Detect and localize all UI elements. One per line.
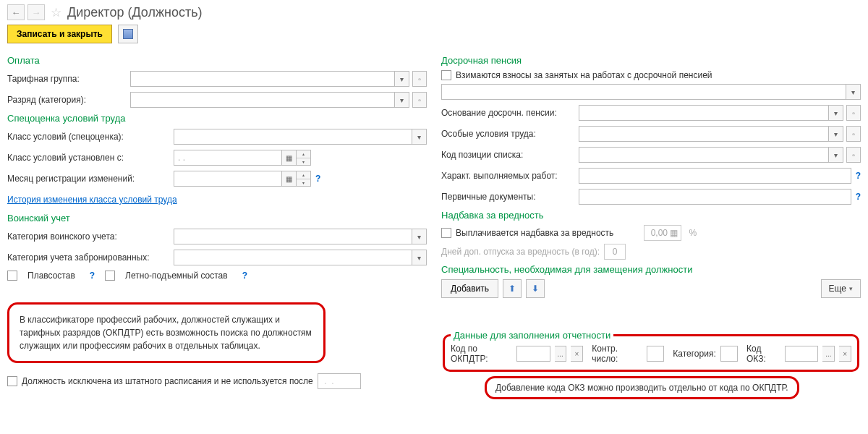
input-code[interactable] — [579, 147, 829, 163]
label-docs: Первичные документы: — [441, 192, 579, 202]
move-down-button[interactable]: ⬇ — [526, 279, 545, 298]
input-category[interactable] — [720, 346, 738, 362]
label-flight: Летно-подъемный состав — [125, 271, 228, 281]
select-icon[interactable]: ... — [822, 346, 835, 362]
dropdown-icon[interactable]: ▾ — [829, 126, 843, 142]
back-button[interactable]: ← — [7, 4, 25, 20]
label-reg-month: Месяц регистрации изменений: — [7, 174, 174, 184]
dropdown-icon[interactable]: ▾ — [412, 229, 427, 244]
checkbox-exclude[interactable] — [7, 376, 17, 386]
input-class-since[interactable]: . . — [174, 150, 282, 166]
dropdown-icon[interactable]: ▾ — [412, 129, 427, 145]
label-mil-booked: Категория учета забронированных: — [7, 252, 174, 263]
open-icon[interactable]: ▫ — [412, 92, 427, 108]
add-button[interactable]: Добавить — [441, 279, 498, 298]
spinner-icon[interactable]: ▴▾ — [297, 150, 311, 166]
clear-icon[interactable]: × — [571, 346, 583, 362]
section-spec: Спецоценка условий труда — [7, 113, 427, 124]
label-pension-chk: Взимаются взносы за занятых на работах с… — [456, 70, 712, 80]
dropdown-icon[interactable]: ▾ — [412, 250, 427, 265]
label-grade: Разряд (категория): — [7, 95, 130, 105]
page-title: Директор (Должность) — [67, 5, 203, 20]
input-basis[interactable] — [579, 105, 829, 121]
checkbox-flight[interactable] — [105, 271, 115, 281]
help-icon[interactable]: ? — [242, 271, 247, 281]
label-class: Класс условий (спецоценка): — [7, 132, 174, 142]
input-conditions[interactable] — [579, 126, 829, 142]
dropdown-icon[interactable]: ▾ — [829, 105, 843, 121]
label-mil-category: Категория воинского учета: — [7, 231, 174, 242]
dropdown-icon[interactable]: ▾ — [395, 92, 409, 108]
move-up-button[interactable]: ⬆ — [503, 279, 522, 298]
label-okpdtr: Код по ОКПДТР: — [451, 344, 512, 364]
section-bonus: Надбавка за вредность — [441, 210, 861, 221]
clear-icon[interactable]: × — [839, 346, 851, 362]
link-history[interactable]: История изменения класса условий труда — [7, 195, 177, 205]
save-icon — [123, 29, 133, 39]
calendar-icon[interactable]: ▦ — [282, 150, 297, 166]
open-icon[interactable]: ▫ — [846, 147, 861, 163]
help-icon[interactable]: ? — [856, 192, 861, 202]
help-icon[interactable]: ? — [315, 174, 320, 184]
label-char: Характ. выполняемых работ: — [441, 171, 579, 181]
label-code: Код позиции списка: — [441, 150, 579, 160]
section-report: Данные для заполнения отчетности — [451, 330, 613, 341]
input-grade[interactable] — [130, 92, 395, 108]
input-tariff-group[interactable] — [130, 71, 395, 87]
save-button[interactable] — [118, 25, 138, 43]
dropdown-icon[interactable]: ▾ — [846, 84, 861, 100]
more-button[interactable]: Еще▾ — [821, 279, 861, 298]
select-icon[interactable]: ... — [555, 346, 567, 362]
open-icon[interactable]: ▫ — [846, 126, 861, 142]
label-okz: Код ОКЗ: — [746, 344, 780, 364]
section-payment: Оплата — [7, 55, 427, 66]
label-vacation: Дней доп. отпуска за вредность (в год): — [441, 247, 600, 257]
callout-okz: Добавление кода ОКЗ можно производить от… — [485, 376, 799, 399]
label-category: Категория: — [673, 349, 715, 359]
dropdown-icon[interactable]: ▾ — [395, 71, 409, 87]
forward-button[interactable]: → — [27, 4, 45, 20]
open-icon[interactable]: ▫ — [412, 71, 427, 87]
label-float: Плавсостав — [27, 271, 75, 281]
open-icon[interactable]: ▫ — [846, 105, 861, 121]
help-icon[interactable]: ? — [90, 271, 95, 281]
save-close-button[interactable]: Записать и закрыть — [7, 25, 112, 43]
input-mil-category[interactable] — [174, 229, 412, 244]
section-speciality: Специальность, необходимая для замещения… — [441, 264, 861, 275]
input-class[interactable] — [174, 129, 412, 145]
dropdown-icon[interactable]: ▾ — [829, 147, 843, 163]
checkbox-pension[interactable] — [441, 70, 451, 80]
help-icon[interactable]: ? — [856, 171, 861, 181]
section-pension: Досрочная пенсия — [441, 55, 861, 66]
fieldset-report: Данные для заполнения отчетности Код по … — [443, 330, 859, 372]
input-char[interactable] — [579, 168, 851, 184]
input-pension-select[interactable] — [441, 84, 846, 100]
checkbox-float[interactable] — [7, 271, 17, 281]
calendar-icon[interactable]: ▦ — [282, 171, 297, 187]
input-exclude-date[interactable]: . . — [318, 373, 361, 389]
label-basis: Основание досрочн. пенсии: — [441, 108, 579, 118]
input-control[interactable] — [647, 346, 664, 362]
input-reg-month[interactable] — [174, 171, 282, 187]
input-vacation-days: 0 — [604, 244, 626, 260]
star-icon[interactable]: ☆ — [51, 5, 61, 20]
input-bonus-value: 0,00 ▦ — [644, 225, 681, 241]
label-bonus-chk: Выплачивается надбавка за вредность — [456, 228, 613, 238]
label-class-since: Класс условий установлен с: — [7, 153, 174, 163]
label-conditions: Особые условия труда: — [441, 129, 579, 139]
label-control: Контр. число: — [592, 344, 642, 364]
callout-okpdtr: В классификаторе профессий рабочих, долж… — [7, 302, 326, 363]
label-pct: % — [689, 228, 697, 238]
input-mil-booked[interactable] — [174, 250, 412, 265]
checkbox-bonus[interactable] — [441, 228, 451, 238]
input-okz[interactable] — [785, 346, 819, 362]
label-tariff-group: Тарифная группа: — [7, 74, 130, 84]
spinner-icon[interactable]: ▴▾ — [297, 171, 311, 187]
label-exclude: Должность исключена из штатного расписан… — [22, 376, 313, 386]
input-okpdtr[interactable] — [516, 346, 550, 362]
section-military: Воинский учет — [7, 213, 427, 224]
input-docs[interactable] — [579, 189, 851, 205]
